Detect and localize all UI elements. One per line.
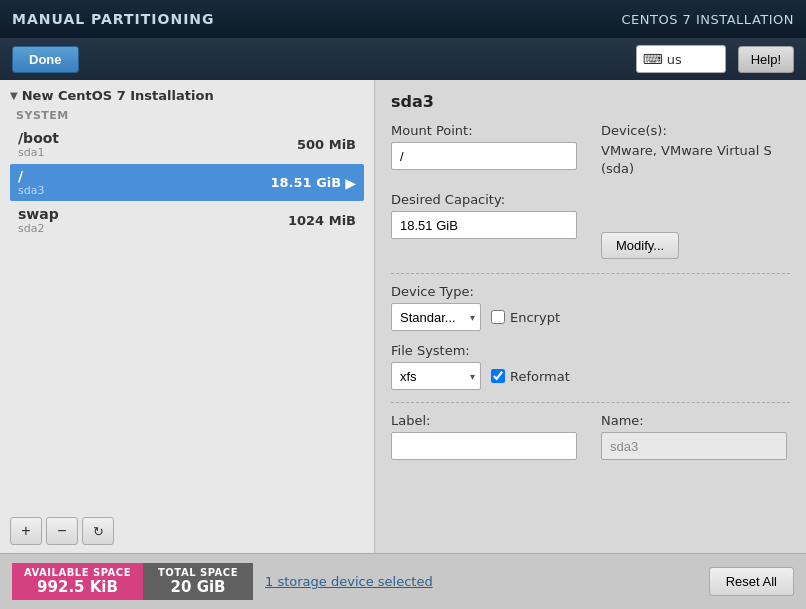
- top-bar-right: CENTOS 7 INSTALLATION: [621, 12, 794, 27]
- installation-title: CENTOS 7 INSTALLATION: [621, 12, 794, 27]
- right-panel: sda3 Mount Point: Device(s): VMware, VMw…: [375, 80, 806, 553]
- filesystem-row: File System: xfs ext4 ext3 swap ▾ Refor: [391, 343, 790, 390]
- left-panel: ▼ New CentOS 7 Installation SYSTEM /boot…: [0, 80, 375, 553]
- label-label: Label:: [391, 413, 577, 428]
- reformat-label[interactable]: Reformat: [510, 369, 570, 384]
- devices-label: Device(s):: [601, 123, 772, 138]
- device-type-group: Device Type: Standar... LVM RAID ▾ Encry…: [391, 284, 560, 331]
- modify-group: Modify...: [601, 192, 679, 259]
- partition-left-root: / sda3: [18, 168, 44, 197]
- desired-capacity-group: Desired Capacity:: [391, 192, 577, 259]
- partition-item-boot[interactable]: /boot sda1 500 MiB: [10, 126, 364, 163]
- partition-device-boot: sda1: [18, 146, 59, 159]
- system-label: SYSTEM: [16, 109, 364, 122]
- second-bar: Done ⌨ us Help!: [0, 38, 806, 80]
- installation-group: ▼ New CentOS 7 Installation SYSTEM /boot…: [0, 80, 374, 244]
- partition-name-root: /: [18, 168, 44, 184]
- partition-name-swap: swap: [18, 206, 59, 222]
- filesystem-group: File System: xfs ext4 ext3 swap ▾ Refor: [391, 343, 570, 390]
- top-form-row: Mount Point: Device(s): VMware, VMware V…: [391, 123, 790, 178]
- partition-size-swap: 1024 MiB: [288, 213, 356, 228]
- filesystem-select-wrapper: xfs ext4 ext3 swap ▾: [391, 362, 481, 390]
- encrypt-checkbox[interactable]: [491, 310, 505, 324]
- total-space-value: 20 GiB: [171, 578, 226, 596]
- keyboard-input[interactable]: ⌨ us: [636, 45, 726, 73]
- desired-capacity-input[interactable]: [391, 211, 577, 239]
- label-input[interactable]: [391, 432, 577, 460]
- device-type-select[interactable]: Standar... LVM RAID: [391, 303, 481, 331]
- reformat-group: Reformat: [491, 369, 570, 384]
- partition-size-root: 18.51 GiB ▶: [271, 175, 356, 191]
- main-content: ▼ New CentOS 7 Installation SYSTEM /boot…: [0, 80, 806, 553]
- filesystem-label: File System:: [391, 343, 570, 358]
- left-panel-actions: + − ↻: [0, 509, 374, 553]
- mount-point-group: Mount Point:: [391, 123, 577, 178]
- reformat-checkbox[interactable]: [491, 369, 505, 383]
- keyboard-value: us: [667, 52, 682, 67]
- total-space-badge: TOTAL SPACE 20 GiB: [143, 563, 253, 600]
- refresh-button[interactable]: ↻: [82, 517, 114, 545]
- separator-1: [391, 273, 790, 274]
- devices-value: VMware, VMware Virtual S(sda): [601, 142, 772, 178]
- help-button[interactable]: Help!: [738, 46, 794, 73]
- encrypt-label[interactable]: Encrypt: [510, 310, 560, 325]
- available-space-value: 992.5 KiB: [37, 578, 118, 596]
- space-badges: AVAILABLE SPACE 992.5 KiB TOTAL SPACE 20…: [12, 563, 253, 600]
- partition-left-boot: /boot sda1: [18, 130, 59, 159]
- app-title: MANUAL PARTITIONING: [12, 11, 215, 27]
- partition-item-root[interactable]: / sda3 18.51 GiB ▶: [10, 164, 364, 201]
- add-partition-button[interactable]: +: [10, 517, 42, 545]
- name-input[interactable]: [601, 432, 787, 460]
- right-panel-title: sda3: [391, 92, 790, 111]
- done-button[interactable]: Done: [12, 46, 79, 73]
- name-label: Name:: [601, 413, 787, 428]
- partition-name-boot: /boot: [18, 130, 59, 146]
- separator-2: [391, 402, 790, 403]
- label-group: Label:: [391, 413, 577, 460]
- device-type-select-wrapper: Standar... LVM RAID ▾: [391, 303, 481, 331]
- name-group: Name:: [601, 413, 787, 460]
- partition-item-swap[interactable]: swap sda2 1024 MiB: [10, 202, 364, 239]
- partition-left-swap: swap sda2: [18, 206, 59, 235]
- top-bar: MANUAL PARTITIONING CENTOS 7 INSTALLATIO…: [0, 0, 806, 38]
- triangle-icon: ▼: [10, 90, 18, 101]
- remove-partition-button[interactable]: −: [46, 517, 78, 545]
- capacity-form-row: Desired Capacity: Modify...: [391, 192, 790, 259]
- filesystem-select[interactable]: xfs ext4 ext3 swap: [391, 362, 481, 390]
- mount-point-label: Mount Point:: [391, 123, 577, 138]
- partition-device-swap: sda2: [18, 222, 59, 235]
- partition-size-boot: 500 MiB: [297, 137, 356, 152]
- keyboard-icon: ⌨: [643, 51, 663, 67]
- modify-button[interactable]: Modify...: [601, 232, 679, 259]
- group-title: New CentOS 7 Installation: [22, 88, 214, 103]
- desired-capacity-label: Desired Capacity:: [391, 192, 577, 207]
- partition-device-root: sda3: [18, 184, 44, 197]
- group-header: ▼ New CentOS 7 Installation: [10, 88, 364, 103]
- total-space-label: TOTAL SPACE: [158, 567, 238, 578]
- mount-point-input[interactable]: [391, 142, 577, 170]
- reset-all-button[interactable]: Reset All: [709, 567, 794, 596]
- available-space-badge: AVAILABLE SPACE 992.5 KiB: [12, 563, 143, 600]
- device-type-row: Device Type: Standar... LVM RAID ▾ Encry…: [391, 284, 790, 331]
- available-space-label: AVAILABLE SPACE: [24, 567, 131, 578]
- encrypt-group: Encrypt: [491, 310, 560, 325]
- device-type-label: Device Type:: [391, 284, 560, 299]
- arrow-right-icon: ▶: [345, 175, 356, 191]
- bottom-bar: AVAILABLE SPACE 992.5 KiB TOTAL SPACE 20…: [0, 553, 806, 609]
- label-name-row: Label: Name:: [391, 413, 790, 460]
- devices-group: Device(s): VMware, VMware Virtual S(sda): [601, 123, 772, 178]
- storage-device-link[interactable]: 1 storage device selected: [265, 574, 433, 589]
